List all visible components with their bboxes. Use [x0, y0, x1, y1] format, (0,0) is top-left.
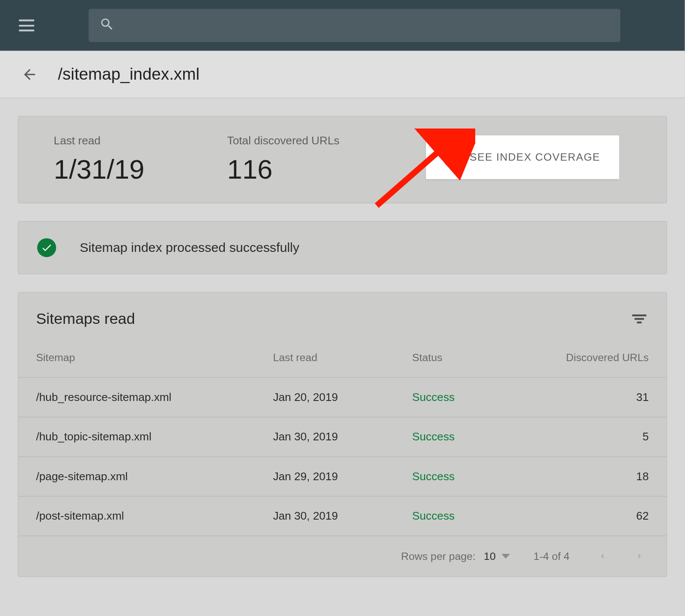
cell-discovered: 5 [503, 417, 667, 457]
coverage-button-label: SEE INDEX COVERAGE [470, 151, 600, 164]
table-row[interactable]: /post-sitemap.xml Jan 30, 2019 Success 6… [18, 496, 667, 536]
filter-icon [632, 314, 646, 323]
rows-per-page-label: Rows per page: [401, 550, 476, 562]
cell-status: Success [394, 457, 502, 496]
col-discovered[interactable]: Discovered URLs [503, 339, 667, 377]
cell-last-read: Jan 20, 2019 [255, 377, 394, 417]
chevron-right-icon [635, 550, 643, 562]
dropdown-icon [502, 554, 510, 559]
stat-total-urls: Total discovered URLs 116 [227, 134, 340, 185]
page-title: /sitemap_index.xml [58, 65, 200, 84]
table-row[interactable]: /page-sitemap.xml Jan 29, 2019 Success 1… [18, 457, 667, 496]
filter-button[interactable] [630, 309, 649, 328]
see-index-coverage-button[interactable]: SEE INDEX COVERAGE [426, 135, 619, 179]
search-input[interactable] [89, 9, 620, 42]
table-title: Sitemaps read [36, 309, 135, 328]
sitemaps-table-card: Sitemaps read Sitemap Last read Status D… [18, 292, 667, 577]
sitemaps-table: Sitemap Last read Status Discovered URLs… [18, 339, 667, 536]
cell-status: Success [394, 377, 502, 417]
hamburger-icon [19, 20, 34, 32]
col-status[interactable]: Status [394, 339, 502, 377]
cell-status: Success [394, 417, 502, 457]
cell-discovered: 18 [503, 457, 667, 496]
stats-card: Last read 1/31/19 Total discovered URLs … [18, 116, 667, 203]
top-bar [0, 0, 685, 51]
stat-last-read: Last read 1/31/19 [54, 134, 145, 185]
table-footer: Rows per page: 10 1-4 of 4 [18, 536, 667, 577]
stat-label: Last read [54, 134, 145, 147]
col-last-read[interactable]: Last read [255, 339, 394, 377]
success-check-icon [37, 238, 56, 257]
rows-per-page-value: 10 [484, 550, 496, 562]
cell-last-read: Jan 29, 2019 [255, 457, 394, 496]
bar-chart-icon [445, 150, 460, 165]
cell-sitemap: /post-sitemap.xml [18, 496, 255, 536]
back-button[interactable] [18, 63, 41, 86]
title-bar: /sitemap_index.xml [0, 51, 685, 98]
cell-status: Success [394, 496, 502, 536]
cell-sitemap: /hub_resource-sitemap.xml [18, 377, 255, 417]
cell-last-read: Jan 30, 2019 [255, 417, 394, 457]
col-sitemap[interactable]: Sitemap [18, 339, 255, 377]
cell-discovered: 31 [503, 377, 667, 417]
stat-label: Total discovered URLs [227, 134, 340, 147]
prev-page-button[interactable] [593, 547, 612, 566]
cell-sitemap: /page-sitemap.xml [18, 457, 255, 496]
status-card: Sitemap index processed successfully [18, 221, 667, 274]
pagination-range: 1-4 of 4 [533, 550, 569, 562]
stat-value: 116 [227, 153, 340, 185]
cell-last-read: Jan 30, 2019 [255, 496, 394, 536]
table-row[interactable]: /hub_resource-sitemap.xml Jan 20, 2019 S… [18, 377, 667, 417]
next-page-button[interactable] [630, 547, 649, 566]
cell-discovered: 62 [503, 496, 667, 536]
chevron-left-icon [599, 550, 607, 562]
status-message: Sitemap index processed successfully [80, 240, 299, 255]
menu-button[interactable] [12, 11, 42, 40]
search-icon [99, 17, 115, 34]
arrow-back-icon [21, 66, 38, 83]
rows-per-page-select[interactable]: 10 [484, 550, 510, 562]
table-row[interactable]: /hub_topic-sitemap.xml Jan 30, 2019 Succ… [18, 417, 667, 457]
stat-value: 1/31/19 [54, 153, 145, 185]
cell-sitemap: /hub_topic-sitemap.xml [18, 417, 255, 457]
